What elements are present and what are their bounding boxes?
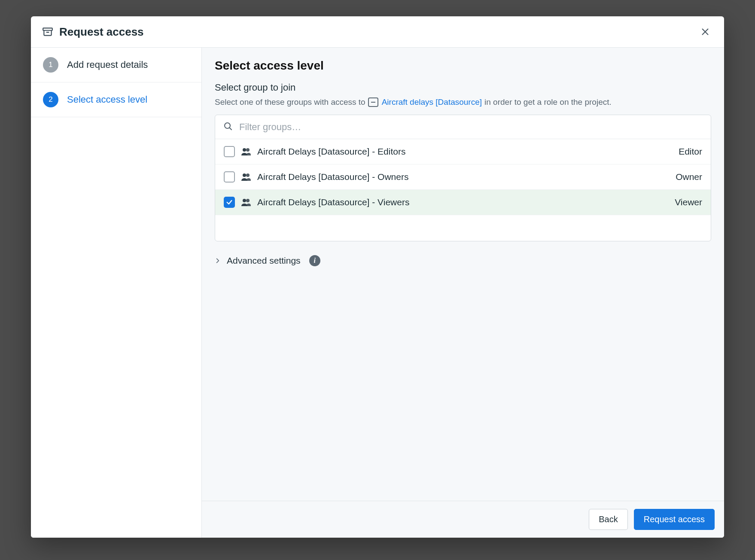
group-checkbox[interactable]	[224, 197, 235, 208]
svg-line-5	[229, 128, 231, 130]
group-name: Aircraft Delays [Datasource] - Owners	[257, 172, 670, 182]
desc-suffix: in order to get a role on the project.	[484, 97, 612, 107]
svg-point-7	[246, 148, 250, 152]
request-access-button[interactable]: Request access	[634, 509, 715, 530]
archive-icon	[42, 26, 53, 37]
filter-groups-input[interactable]	[239, 122, 703, 133]
step-select-access-level[interactable]: 2 Select access level	[31, 82, 201, 117]
step-add-request-details[interactable]: 1 Add request details	[31, 48, 201, 82]
step-number-badge: 1	[43, 57, 58, 73]
steps-sidebar: 1 Add request details 2 Select access le…	[31, 48, 202, 538]
select-group-heading: Select group to join	[215, 82, 711, 93]
group-checkbox[interactable]	[224, 171, 235, 183]
page-title: Select access level	[215, 59, 711, 73]
search-icon	[223, 121, 233, 133]
back-button[interactable]: Back	[589, 509, 627, 530]
svg-point-9	[246, 173, 250, 177]
dialog-footer: Back Request access	[202, 501, 724, 538]
svg-point-6	[243, 148, 246, 152]
advanced-settings-toggle[interactable]: Advanced settings i	[215, 255, 320, 266]
svg-rect-0	[43, 28, 52, 30]
group-list-spacer	[215, 215, 711, 241]
group-role: Viewer	[675, 197, 702, 207]
step-label: Add request details	[67, 59, 148, 70]
group-row-viewers[interactable]: Aircraft Delays [Datasource] - Viewers V…	[215, 190, 711, 215]
select-group-description: Select one of these groups with access t…	[215, 97, 711, 107]
group-name: Aircraft Delays [Datasource] - Viewers	[257, 197, 669, 207]
filter-row	[215, 115, 711, 139]
chevron-right-icon	[215, 256, 221, 266]
datasource-icon	[368, 97, 378, 107]
request-access-dialog: Request access 1 Add request details 2 S…	[31, 16, 724, 538]
group-role: Owner	[676, 172, 702, 182]
step-label: Select access level	[67, 94, 147, 105]
advanced-settings-label: Advanced settings	[227, 256, 301, 266]
main-content: Select access level Select group to join…	[202, 48, 724, 538]
group-icon	[241, 198, 251, 207]
group-row-owners[interactable]: Aircraft Delays [Datasource] - Owners Ow…	[215, 164, 711, 190]
step-number-badge: 2	[43, 92, 58, 107]
group-icon	[241, 147, 251, 156]
dialog-title: Request access	[59, 25, 144, 39]
desc-prefix: Select one of these groups with access t…	[215, 97, 365, 107]
dialog-header: Request access	[31, 16, 724, 48]
group-checkbox[interactable]	[224, 146, 235, 157]
target-resource-label: Aircraft delays [Datasource]	[382, 97, 482, 107]
group-role: Editor	[679, 146, 702, 157]
group-row-editors[interactable]: Aircraft Delays [Datasource] - Editors E…	[215, 139, 711, 164]
group-name: Aircraft Delays [Datasource] - Editors	[257, 146, 673, 157]
close-button[interactable]	[697, 24, 713, 40]
group-selection-box: Aircraft Delays [Datasource] - Editors E…	[215, 115, 711, 241]
info-icon: i	[309, 255, 320, 266]
svg-point-11	[246, 199, 250, 202]
svg-point-10	[243, 199, 246, 202]
target-resource-link[interactable]: Aircraft delays [Datasource]	[368, 97, 482, 107]
group-icon	[241, 172, 251, 182]
svg-point-8	[243, 173, 246, 177]
